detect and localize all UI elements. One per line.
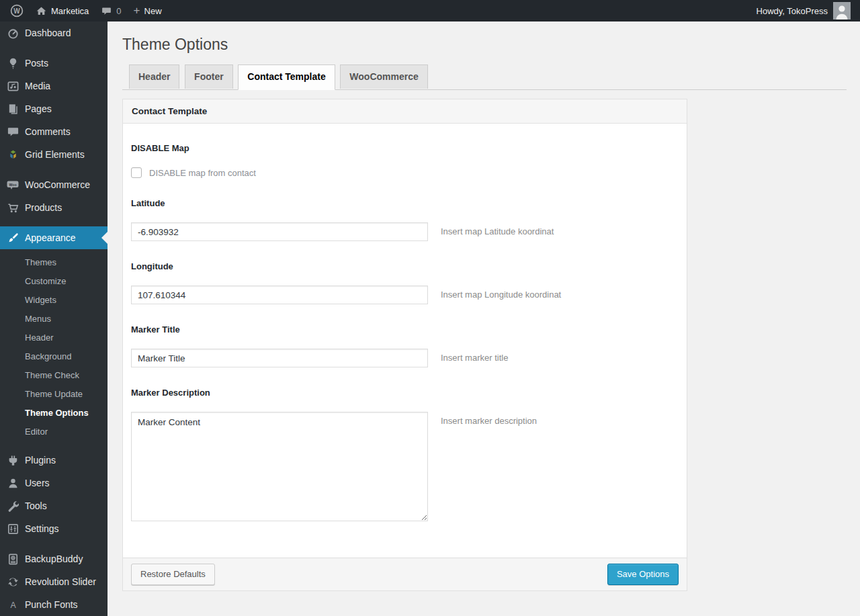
brush-icon xyxy=(6,231,19,245)
marker-description-field: Marker Description Marker Content Insert… xyxy=(131,388,679,521)
sidebar-item-revolution-slider[interactable]: Revolution Slider xyxy=(0,570,108,593)
refresh-arrows-icon xyxy=(6,575,19,588)
longitude-input[interactable] xyxy=(131,285,428,304)
sidebar-item-label: Users xyxy=(25,478,50,488)
sidebar-item-label: Revolution Slider xyxy=(25,576,96,587)
menu-separator xyxy=(0,44,108,52)
sidebar-item-products[interactable]: Products xyxy=(0,196,108,219)
submenu-item-editor[interactable]: Editor xyxy=(0,422,108,441)
admin-sidebar: Dashboard Posts Media Pages Comments Gri… xyxy=(0,21,108,616)
sidebar-item-posts[interactable]: Posts xyxy=(0,52,108,75)
marker-description-hint: Insert marker description xyxy=(441,412,537,426)
backup-drive-icon xyxy=(6,552,19,566)
submenu-item-themes[interactable]: Themes xyxy=(0,253,108,271)
avatar xyxy=(833,2,851,19)
main-content-area: Theme Options Header Footer Contact Temp… xyxy=(108,0,860,616)
svg-text:W: W xyxy=(13,7,20,15)
restore-defaults-button[interactable]: Restore Defaults xyxy=(131,564,215,585)
sidebar-item-backupbuddy[interactable]: BackupBuddy xyxy=(0,547,108,570)
sidebar-item-label: BackupBuddy xyxy=(25,554,83,564)
submenu-item-theme-update[interactable]: Theme Update xyxy=(0,384,108,403)
pin-icon xyxy=(6,56,19,70)
sidebar-item-label: Pages xyxy=(25,103,52,114)
submenu-item-theme-options[interactable]: Theme Options xyxy=(0,403,108,422)
site-name-menu[interactable]: Marketica xyxy=(30,0,95,21)
disable-map-checkbox[interactable] xyxy=(131,167,142,178)
marker-title-input[interactable] xyxy=(131,349,428,367)
users-icon xyxy=(6,476,19,490)
latitude-label: Latitude xyxy=(131,198,679,208)
sidebar-item-label: Settings xyxy=(25,523,59,534)
svg-text:A: A xyxy=(10,601,16,610)
howdy-text: Howdy, TokoPress xyxy=(757,6,828,16)
sidebar-item-plugins[interactable]: Plugins xyxy=(0,449,108,472)
marker-title-field: Marker Title Insert marker title xyxy=(131,324,679,367)
submenu-item-background[interactable]: Background xyxy=(0,347,108,365)
cart-icon xyxy=(6,201,19,214)
submenu-item-menus[interactable]: Menus xyxy=(0,309,108,328)
tab-header[interactable]: Header xyxy=(129,64,179,89)
submenu-item-customize[interactable]: Customize xyxy=(0,271,108,290)
disable-map-checkbox-label: DISABLE map from contact xyxy=(149,168,256,178)
latitude-input[interactable] xyxy=(131,222,428,241)
sidebar-item-appearance[interactable]: Appearance xyxy=(0,226,108,249)
sidebar-item-dashboard[interactable]: Dashboard xyxy=(0,21,108,44)
svg-text:Woo: Woo xyxy=(9,183,16,187)
wrench-icon xyxy=(6,499,19,513)
panel-title: Contact Template xyxy=(123,99,687,124)
sidebar-item-label: Posts xyxy=(25,58,48,69)
comments-admin-bar-menu[interactable]: 0 xyxy=(95,0,127,21)
sidebar-item-users[interactable]: Users xyxy=(0,472,108,494)
home-icon xyxy=(36,5,47,17)
theme-options-tabs: Header Footer Contact Template WooCommer… xyxy=(122,64,847,91)
wordpress-logo-menu[interactable]: W xyxy=(4,0,30,21)
my-account-menu[interactable]: Howdy, TokoPress xyxy=(755,0,852,21)
sidebar-item-settings[interactable]: Settings xyxy=(0,517,108,540)
latitude-field: Latitude Insert map Latitude koordinat xyxy=(131,198,679,241)
pages-icon xyxy=(6,102,19,116)
sidebar-item-label: Dashboard xyxy=(25,28,71,38)
submenu-item-widgets[interactable]: Widgets xyxy=(0,290,108,309)
letter-a-icon: A xyxy=(6,598,19,611)
tab-contact-template[interactable]: Contact Template xyxy=(238,64,335,91)
sidebar-item-media[interactable]: Media xyxy=(0,75,108,97)
sidebar-item-tools[interactable]: Tools xyxy=(0,494,108,517)
sidebar-item-pages[interactable]: Pages xyxy=(0,97,108,120)
page-title: Theme Options xyxy=(122,28,847,63)
tab-footer[interactable]: Footer xyxy=(185,64,233,89)
sidebar-item-label: Products xyxy=(25,202,62,213)
submenu-item-theme-check[interactable]: Theme Check xyxy=(0,365,108,384)
marker-description-textarea[interactable]: Marker Content xyxy=(131,412,428,521)
marker-description-label: Marker Description xyxy=(131,388,679,398)
panel-body: DISABLE Map DISABLE map from contact Lat… xyxy=(123,124,687,558)
menu-separator xyxy=(0,166,108,173)
longitude-label: Longitude xyxy=(131,261,679,271)
submenu-item-header[interactable]: Header xyxy=(0,328,108,347)
dashboard-icon xyxy=(6,26,19,40)
grid-elements-icon xyxy=(6,148,19,161)
panel-footer: Restore Defaults Save Options xyxy=(123,558,687,590)
menu-separator xyxy=(0,540,108,547)
sidebar-item-label: Appearance xyxy=(25,232,76,243)
sidebar-item-label: WooCommerce xyxy=(25,179,90,190)
plugin-icon xyxy=(6,453,19,467)
sidebar-item-punch-fonts[interactable]: A Punch Fonts xyxy=(0,593,108,616)
comment-count: 0 xyxy=(116,6,121,16)
sidebar-item-label: Tools xyxy=(25,500,47,511)
wordpress-logo-icon: W xyxy=(10,4,24,17)
comment-bubble-icon xyxy=(101,5,112,17)
latitude-hint: Insert map Latitude koordinat xyxy=(441,222,554,236)
sidebar-item-label: Comments xyxy=(25,126,71,137)
comments-icon xyxy=(6,125,19,138)
sidebar-item-label: Media xyxy=(25,81,50,91)
menu-separator xyxy=(0,219,108,226)
sidebar-item-comments[interactable]: Comments xyxy=(0,120,108,143)
tab-woocommerce[interactable]: WooCommerce xyxy=(340,64,427,89)
sidebar-item-woocommerce[interactable]: Woo WooCommerce xyxy=(0,173,108,196)
sidebar-item-grid-elements[interactable]: Grid Elements xyxy=(0,143,108,166)
save-options-button[interactable]: Save Options xyxy=(607,564,679,585)
media-icon xyxy=(6,79,19,93)
longitude-hint: Insert map Longitude koordinat xyxy=(441,285,561,300)
disable-map-label: DISABLE Map xyxy=(131,143,679,153)
new-content-menu[interactable]: + New xyxy=(128,0,168,21)
